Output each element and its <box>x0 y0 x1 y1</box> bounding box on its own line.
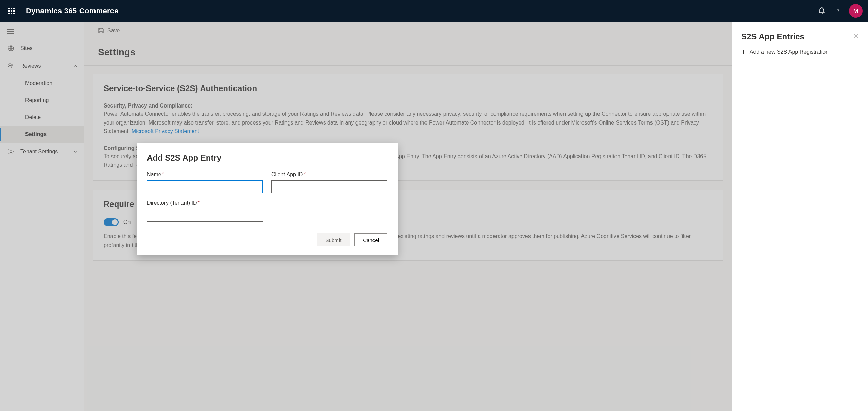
modal-title: Add S2S App Entry <box>147 153 387 163</box>
sidebar-label-moderation: Moderation <box>25 80 52 86</box>
sidebar-label-sites: Sites <box>20 45 33 51</box>
privacy-statement-link[interactable]: Microsoft Privacy Statement <box>132 128 199 134</box>
save-button[interactable]: Save <box>107 28 120 34</box>
reviews-icon <box>7 63 14 69</box>
chevron-up-icon <box>73 64 78 68</box>
gear-icon <box>7 148 14 155</box>
page-title: Settings <box>98 47 718 58</box>
svg-point-3 <box>10 151 12 153</box>
s2s-heading: Service-to-Service (S2S) Authentication <box>104 84 713 93</box>
sidebar-item-moderation[interactable]: Moderation <box>0 75 84 92</box>
cancel-button[interactable]: Cancel <box>354 233 387 246</box>
security-body: Power Automate Connector enables the tra… <box>104 110 713 136</box>
sidebar-item-reviews[interactable]: Reviews <box>0 57 84 75</box>
sidebar-item-sites[interactable]: Sites <box>0 39 84 57</box>
client-app-id-input[interactable] <box>271 180 387 193</box>
app-launcher-icon[interactable] <box>5 5 18 17</box>
sidebar-label-delete: Delete <box>25 114 41 120</box>
directory-tenant-id-label: Directory (Tenant) ID* <box>147 200 263 206</box>
sidebar-label-reporting: Reporting <box>25 97 49 103</box>
sidebar-label-settings: Settings <box>25 131 47 137</box>
avatar-initial: M <box>853 7 858 15</box>
product-brand: Dynamics 365 Commerce <box>26 6 119 15</box>
sidebar-item-tenant-settings[interactable]: Tenant Settings <box>0 143 84 161</box>
client-app-id-label: Client App ID* <box>271 171 387 178</box>
require-moderator-toggle[interactable] <box>104 218 119 226</box>
sidebar-item-settings[interactable]: Settings <box>0 126 84 143</box>
svg-point-0 <box>838 13 838 13</box>
top-nav-bar: Dynamics 365 Commerce M <box>0 0 868 22</box>
toggle-state-label: On <box>123 219 131 225</box>
close-icon[interactable] <box>853 33 858 39</box>
left-sidebar: Sites Reviews Moderation Reporting Delet… <box>0 22 84 411</box>
chevron-down-icon <box>73 149 78 154</box>
name-field-label: Name* <box>147 171 263 178</box>
command-bar: Save <box>84 22 732 39</box>
panel-title: S2S App Entries <box>741 32 859 42</box>
sidebar-item-reporting[interactable]: Reporting <box>0 92 84 109</box>
sidebar-collapse-icon[interactable] <box>7 29 14 34</box>
submit-button[interactable]: Submit <box>317 233 350 246</box>
sidebar-label-reviews: Reviews <box>20 63 41 69</box>
notifications-icon[interactable] <box>814 3 830 19</box>
add-s2s-entry-modal: Add S2S App Entry Name* Client App ID* D… <box>137 143 398 255</box>
name-input[interactable] <box>147 180 263 193</box>
security-label: Security, Privacy and Compliance: <box>104 103 713 109</box>
save-icon <box>98 28 104 34</box>
s2s-entries-panel: S2S App Entries + Add a new S2S App Regi… <box>732 22 868 411</box>
globe-icon <box>7 45 14 52</box>
add-s2s-registration-button[interactable]: + Add a new S2S App Registration <box>741 48 859 56</box>
sidebar-label-tenant-settings: Tenant Settings <box>20 149 58 155</box>
svg-point-2 <box>9 64 11 66</box>
help-icon[interactable] <box>830 3 846 19</box>
add-s2s-label: Add a new S2S App Registration <box>750 49 829 55</box>
sidebar-item-delete[interactable]: Delete <box>0 109 84 126</box>
directory-tenant-id-input[interactable] <box>147 209 263 222</box>
plus-icon: + <box>741 48 746 56</box>
user-avatar[interactable]: M <box>849 4 863 18</box>
